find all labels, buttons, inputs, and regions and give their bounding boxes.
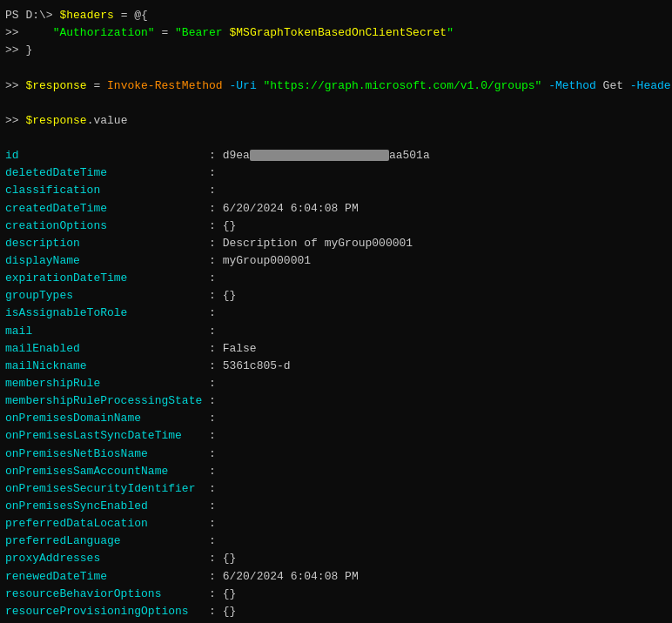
field-creationOptions: creationOptions : {} <box>5 218 667 235</box>
field-displayName: displayName : myGroup000001 <box>5 252 667 270</box>
field-description: description : Description of myGroup0000… <box>5 235 667 252</box>
field-proxyAddresses: proxyAddresses : {} <box>5 550 667 567</box>
line-3: >> } <box>5 42 667 59</box>
line-6 <box>5 95 667 112</box>
line-2: >> "Authorization" = "Bearer $MSGraphTok… <box>5 24 667 42</box>
field-renewedDateTime: renewedDateTime : 6/20/2024 6:04:08 PM <box>5 568 667 586</box>
field-mail: mail : <box>5 323 667 340</box>
field-onPremisesDomainName: onPremisesDomainName : <box>5 410 667 427</box>
field-id: id : d9ea aa501a <box>5 147 667 164</box>
field-groupTypes: groupTypes : {} <box>5 287 667 305</box>
terminal-window: PS D:\> $headers = @{ >> "Authorization"… <box>0 0 672 623</box>
field-onPremisesSecurityIdentifier: onPremisesSecurityIdentifier : <box>5 480 667 498</box>
field-onPremisesNetBiosName: onPremisesNetBiosName : <box>5 445 667 463</box>
field-deletedDateTime: deletedDateTime : <box>5 164 667 182</box>
field-onPremisesSyncEnabled: onPremisesSyncEnabled : <box>5 498 667 515</box>
field-mailEnabled: mailEnabled : False <box>5 340 667 358</box>
field-createdDateTime: createdDateTime : 6/20/2024 6:04:08 PM <box>5 200 667 218</box>
field-membershipRule: membershipRule : <box>5 375 667 392</box>
field-preferredLanguage: preferredLanguage : <box>5 533 667 550</box>
field-expirationDateTime: expirationDateTime : <box>5 270 667 287</box>
field-isAssignableToRole: isAssignableToRole : <box>5 305 667 322</box>
field-preferredDataLocation: preferredDataLocation : <box>5 515 667 533</box>
line-7: >> $response.value <box>5 112 667 130</box>
field-mailNickname: mailNickname : 5361c805-d <box>5 358 667 375</box>
field-membershipRuleProcessingState: membershipRuleProcessingState : <box>5 392 667 410</box>
field-classification: classification : <box>5 182 667 199</box>
field-resourceBehaviorOptions: resourceBehaviorOptions : {} <box>5 586 667 603</box>
line-8 <box>5 130 667 147</box>
line-5: >> $response = Invoke-RestMethod -Uri "h… <box>5 77 667 95</box>
field-onPremisesSamAccountName: onPremisesSamAccountName : <box>5 463 667 480</box>
line-4 <box>5 59 667 77</box>
field-onPremisesLastSyncDateTime: onPremisesLastSyncDateTime : <box>5 427 667 445</box>
field-resourceProvisioningOptions: resourceProvisioningOptions : {} <box>5 603 667 620</box>
line-1: PS D:\> $headers = @{ <box>5 7 667 24</box>
